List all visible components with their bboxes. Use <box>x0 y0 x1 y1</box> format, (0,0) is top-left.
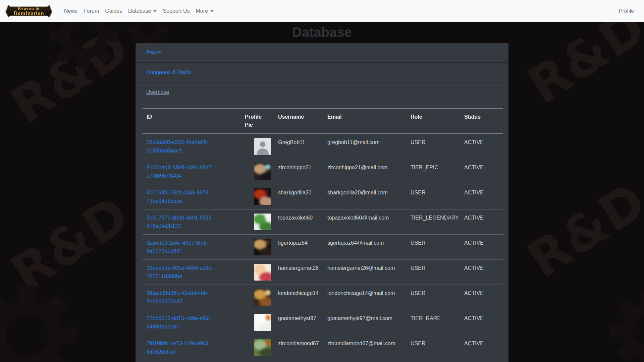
user-id-link[interactable]: 39ebe3ad-605a-4656-ac9c-780211d368bd <box>147 265 213 279</box>
id-cell: 5e807876-db93-4b91-8515-476edfe2b122 <box>143 209 241 235</box>
navbar: Reason & Domination NewsForumGuidesDatab… <box>0 0 644 22</box>
status-cell: ACTIVE <box>460 335 503 360</box>
user-id-link[interactable]: 81b6bad4-43e8-4d94-b5e7-a7f869678404 <box>147 165 213 179</box>
id-cell: 22bd6510-dd15-4d6e-af5c-644fefa6ebae <box>143 310 241 335</box>
main-content: Database RacesDungeons & RaidsUserbase I… <box>0 24 644 362</box>
avatar <box>245 239 270 255</box>
avatar <box>245 138 270 155</box>
column-header-profile-pic: Profile Pic <box>241 108 274 134</box>
nav-item-guides: Guides <box>102 5 125 17</box>
table-row: 08c5a500-e328-4baf-aff9-9c956b65bec9Greg… <box>143 134 503 159</box>
nav-item-support-us: Support Us <box>160 5 193 17</box>
username-cell: topazaxolotl60 <box>274 209 323 235</box>
section-link-races[interactable]: Races <box>146 50 161 55</box>
profile-pic-cell <box>241 335 274 360</box>
avatar <box>245 314 270 331</box>
status-cell: ACTIVE <box>460 235 503 260</box>
role-cell: USER <box>407 335 460 360</box>
user-id-link[interactable]: f1aecb9f-2d4c-4907-8fe6-8e0770a5d681 <box>147 240 208 254</box>
username-cell: londonchicago14 <box>274 285 323 310</box>
section-link-userbase[interactable]: Userbase <box>146 89 169 95</box>
email-cell: gregbob11@mail.com <box>323 134 407 159</box>
username-cell: zirconhippo21 <box>274 159 323 184</box>
nav-link-forum[interactable]: Forum <box>80 5 102 17</box>
profile-pic-cell <box>241 285 274 310</box>
avatar <box>245 264 270 281</box>
id-cell: 81b6bad4-43e8-4d94-b5e7-a7f869678404 <box>143 159 241 184</box>
role-cell: USER <box>407 285 460 310</box>
database-card: RacesDungeons & RaidsUserbase IDProfile … <box>136 43 508 362</box>
username-cell: hamstergarnet26 <box>274 260 323 285</box>
status-cell: ACTIVE <box>460 159 503 184</box>
userbase-table-wrap: IDProfile PicUsernameEmailRoleStatus 08c… <box>136 102 508 360</box>
status-cell: ACTIVE <box>460 209 503 235</box>
status-cell: ACTIVE <box>460 184 503 209</box>
user-id-link[interactable]: 400194f4-08df-43aa-8b74-73ee94a3dace <box>147 190 210 204</box>
username-cell: goatamethyst97 <box>274 310 323 335</box>
section-link-dungeons-raids[interactable]: Dungeons & Raids <box>146 69 191 75</box>
column-header-email: Email <box>323 108 407 134</box>
section-item-dungeons-raids: Dungeons & Raids <box>136 62 508 82</box>
nav-link-database[interactable]: Database <box>125 5 160 17</box>
role-cell: USER <box>407 235 460 260</box>
logo-line-1: Reason & <box>18 6 40 10</box>
status-cell: ACTIVE <box>460 260 503 285</box>
user-id-link[interactable]: 22bd6510-dd15-4d6e-af5c-644fefa6ebae <box>147 315 212 329</box>
column-header-status: Status <box>460 108 503 134</box>
email-cell: zirconhippo21@mail.com <box>323 159 407 184</box>
nav-item-news: News <box>61 5 80 17</box>
table-row: 22bd6510-dd15-4d6e-af5c-644fefa6ebaegoat… <box>143 310 503 335</box>
table-row: f85acd6f-f365-42a0-b4b8-9dd9d2606b42lond… <box>143 285 503 310</box>
profile-pic-cell <box>241 209 274 235</box>
table-row: 81b6bad4-43e8-4d94-b5e7-a7f869678404zirc… <box>143 159 503 184</box>
nav-item-database: Database <box>125 5 160 17</box>
id-cell: 08c5a500-e328-4baf-aff9-9c956b65bec9 <box>143 134 241 159</box>
logo-line-2: Domination <box>14 11 44 16</box>
nav-link-more[interactable]: More <box>193 5 217 17</box>
user-id-link[interactable]: 08c5a500-e328-4baf-aff9-9c956b65bec9 <box>147 139 209 154</box>
logo-text: Reason & Domination <box>5 3 52 19</box>
avatar <box>245 188 270 205</box>
site-logo[interactable]: Reason & Domination <box>5 3 52 19</box>
email-cell: sharkgorilla20@mail.com <box>323 184 407 209</box>
nav-link-guides[interactable]: Guides <box>102 5 125 17</box>
nav-link-news[interactable]: News <box>61 5 80 17</box>
user-id-link[interactable]: 5e807876-db93-4b91-8515-476edfe2b122 <box>147 215 213 229</box>
section-item-userbase: Userbase <box>136 82 508 102</box>
email-cell: hamstergarnet26@mail.com <box>323 260 407 285</box>
nav-item-forum: Forum <box>80 5 102 17</box>
status-cell: ACTIVE <box>460 310 503 335</box>
column-header-role: Role <box>407 108 460 134</box>
table-row: f1aecb9f-2d4c-4907-8fe6-8e0770a5d681tige… <box>143 235 503 260</box>
email-cell: tigertopaz64@mail.com <box>323 235 407 260</box>
username-cell: tigertopaz64 <box>274 235 323 260</box>
email-cell: goatamethyst97@mail.com <box>323 310 407 335</box>
username-cell: sharkgorilla20 <box>274 184 323 209</box>
chevron-down-icon <box>210 10 214 12</box>
role-cell: TIER_EPIC <box>407 159 460 184</box>
role-cell: USER <box>407 134 460 159</box>
avatar <box>245 163 270 180</box>
avatar <box>245 339 270 356</box>
table-row: 400194f4-08df-43aa-8b74-73ee94a3daceshar… <box>143 184 503 209</box>
user-id-link[interactable]: f85acd6f-f365-42a0-b4b8-9dd9d2606b42 <box>147 290 209 304</box>
nav-link-support-us[interactable]: Support Us <box>160 5 193 17</box>
user-id-link[interactable]: 7f810b9c-ce73-419f-a963-fcfb62bcfeaf <box>147 341 210 355</box>
nav-item-more: More <box>193 5 217 17</box>
id-cell: 400194f4-08df-43aa-8b74-73ee94a3dace <box>143 184 241 209</box>
id-cell: f1aecb9f-2d4c-4907-8fe6-8e0770a5d681 <box>143 235 241 260</box>
userbase-table: IDProfile PicUsernameEmailRoleStatus 08c… <box>143 108 503 360</box>
profile-pic-cell <box>241 159 274 184</box>
avatar <box>245 214 270 230</box>
id-cell: 7f810b9c-ce73-419f-a963-fcfb62bcfeaf <box>143 335 241 360</box>
avatar <box>245 289 270 306</box>
column-header-username: Username <box>274 108 323 134</box>
profile-pic-cell <box>241 235 274 260</box>
profile-link[interactable]: Profile <box>619 8 634 14</box>
email-cell: topazaxolotl60@mail.com <box>323 209 407 235</box>
role-cell: USER <box>407 184 460 209</box>
database-section-list: RacesDungeons & RaidsUserbase <box>136 43 508 102</box>
table-row: 39ebe3ad-605a-4656-ac9c-780211d368bdhams… <box>143 260 503 285</box>
email-cell: zircondiamond67@mail.com <box>323 335 407 360</box>
email-cell: londonchicago14@mail.com <box>323 285 407 310</box>
